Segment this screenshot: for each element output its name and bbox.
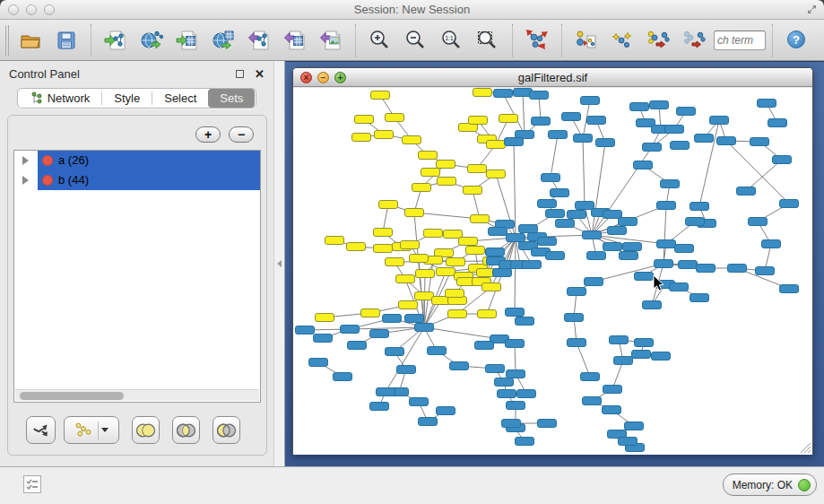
graph-node[interactable]: [562, 113, 581, 121]
graph-node[interactable]: [314, 335, 333, 343]
open-session-button[interactable]: [13, 23, 48, 57]
import-network-file-button[interactable]: [98, 23, 134, 57]
graph-node[interactable]: [374, 229, 393, 237]
set-list-item[interactable]: a (26): [14, 151, 260, 170]
graph-node[interactable]: [448, 310, 467, 318]
import-table-file-button[interactable]: [169, 23, 205, 57]
help-button[interactable]: ?: [779, 23, 815, 57]
scrollbar-thumb[interactable]: [20, 392, 124, 400]
graph-node[interactable]: [377, 388, 395, 396]
graph-node[interactable]: [347, 243, 366, 251]
graph-node[interactable]: [750, 138, 769, 146]
graph-node[interactable]: [530, 91, 549, 100]
graph-node[interactable]: [502, 420, 521, 428]
graph-node[interactable]: [587, 117, 606, 125]
graph-node[interactable]: [614, 357, 633, 365]
graph-node[interactable]: [686, 218, 705, 226]
graph-node[interactable]: [652, 352, 671, 361]
remove-set-button[interactable]: −: [229, 126, 254, 143]
graph-node[interactable]: [695, 135, 714, 143]
graph-node[interactable]: [587, 252, 606, 260]
graph-node[interactable]: [583, 231, 602, 239]
graph-node[interactable]: [506, 340, 525, 348]
panel-splitter[interactable]: [273, 61, 285, 466]
graph-node[interactable]: [556, 220, 575, 228]
graph-node[interactable]: [710, 117, 729, 125]
fullscreen-icon[interactable]: [805, 3, 819, 20]
graph-node[interactable]: [568, 339, 586, 347]
graph-node[interactable]: [655, 260, 673, 268]
graph-node[interactable]: [494, 90, 513, 98]
graph-node[interactable]: [296, 326, 315, 335]
graph-node[interactable]: [619, 438, 638, 446]
graph-node[interactable]: [415, 324, 434, 332]
tab-style[interactable]: Style: [102, 89, 152, 108]
graph-node[interactable]: [762, 240, 781, 248]
graph-node[interactable]: [386, 348, 404, 356]
graph-node[interactable]: [475, 342, 494, 350]
graph-node[interactable]: [773, 156, 792, 164]
collapse-handle-icon[interactable]: [277, 260, 282, 267]
graph-node[interactable]: [383, 315, 402, 323]
graph-node[interactable]: [581, 97, 600, 105]
graph-node[interactable]: [444, 230, 463, 239]
graph-node[interactable]: [419, 418, 438, 426]
graph-node[interactable]: [603, 406, 621, 414]
graph-node[interactable]: [374, 245, 393, 253]
graph-node[interactable]: [768, 119, 787, 127]
graph-node[interactable]: [459, 238, 478, 246]
graph-node[interactable]: [396, 275, 415, 283]
graph-node[interactable]: [516, 317, 534, 326]
graph-node[interactable]: [410, 255, 429, 263]
resize-grip-icon[interactable]: [801, 443, 811, 453]
graph-node[interactable]: [608, 227, 627, 235]
intersection-button[interactable]: [172, 416, 200, 444]
graph-node[interactable]: [551, 189, 569, 197]
graph-node[interactable]: [450, 362, 469, 370]
graph-node[interactable]: [780, 200, 799, 208]
graph-node[interactable]: [737, 187, 756, 196]
graph-node[interactable]: [379, 201, 398, 209]
graph-node[interactable]: [661, 180, 680, 188]
graph-node[interactable]: [341, 326, 360, 334]
export-table-button[interactable]: [277, 23, 313, 57]
graph-node[interactable]: [495, 378, 514, 387]
save-session-button[interactable]: [48, 23, 84, 57]
graph-node[interactable]: [348, 342, 367, 350]
disclosure-triangle-icon[interactable]: [22, 156, 29, 165]
graph-node[interactable]: [371, 91, 390, 100]
graph-node[interactable]: [620, 252, 638, 260]
graph-node[interactable]: [632, 351, 651, 359]
graph-node[interactable]: [697, 265, 716, 273]
graph-node[interactable]: [643, 301, 662, 309]
graph-node[interactable]: [690, 294, 709, 302]
disclosure-triangle-icon[interactable]: [22, 176, 29, 185]
graph-node[interactable]: [499, 115, 518, 123]
create-set-combo-button[interactable]: [64, 416, 119, 444]
graph-node[interactable]: [487, 141, 506, 149]
graph-node[interactable]: [403, 136, 421, 144]
graph-node[interactable]: [657, 240, 676, 248]
graph-node[interactable]: [675, 245, 694, 253]
graph-node[interactable]: [538, 238, 557, 246]
graph-node[interactable]: [619, 218, 638, 226]
graph-node[interactable]: [506, 308, 525, 317]
graph-node[interactable]: [473, 89, 492, 97]
graph-node[interactable]: [538, 200, 557, 208]
graph-node[interactable]: [466, 247, 485, 255]
graph-node[interactable]: [546, 252, 565, 260]
graph-node[interactable]: [438, 178, 456, 186]
graph-node[interactable]: [352, 134, 371, 142]
graph-node[interactable]: [542, 174, 560, 182]
graph-node[interactable]: [756, 267, 775, 275]
graph-node[interactable]: [416, 270, 435, 278]
graph-node[interactable]: [625, 422, 644, 430]
network-frame-titlebar[interactable]: × − + galFiltered.sif: [293, 68, 812, 87]
zoom-in-button[interactable]: [362, 23, 398, 57]
graph-node[interactable]: [585, 278, 603, 286]
graph-node[interactable]: [603, 243, 622, 251]
new-network-from-selection-button[interactable]: [568, 23, 604, 57]
task-history-button[interactable]: [23, 475, 41, 493]
tab-network[interactable]: Network: [19, 89, 102, 108]
export-network-button[interactable]: [241, 23, 277, 57]
